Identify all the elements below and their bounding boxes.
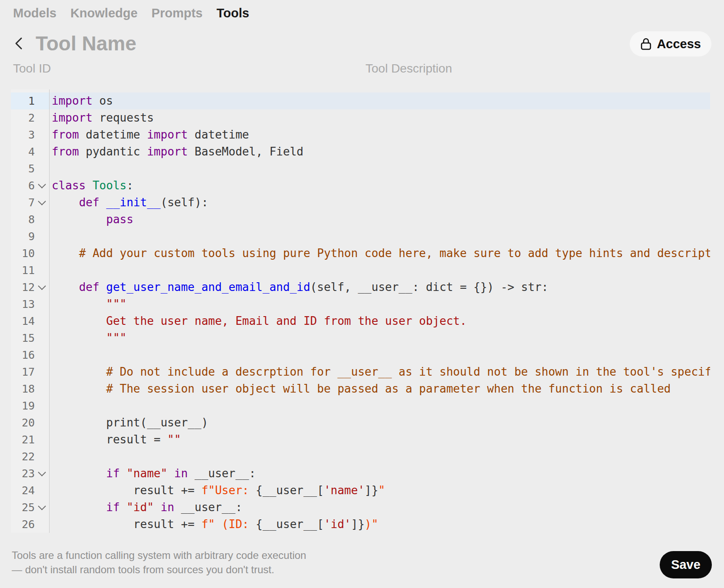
line-number: 4: [11, 143, 35, 160]
code-line-15[interactable]: 15 """: [11, 330, 710, 347]
tool-id-input[interactable]: [13, 59, 352, 78]
line-number: 12: [11, 279, 35, 296]
code-line-text[interactable]: print(__user__): [50, 414, 710, 431]
line-number: 11: [11, 262, 35, 279]
code-line-text[interactable]: [50, 347, 710, 363]
code-line-18[interactable]: 18 # The session user object will be pas…: [11, 380, 710, 397]
tab-models[interactable]: Models: [13, 6, 56, 20]
code-line-text[interactable]: class Tools:: [50, 177, 710, 194]
tools-warning-line1: Tools are a function calling system with…: [12, 548, 306, 562]
fold-toggle[interactable]: [35, 200, 49, 205]
code-line-12[interactable]: 12 def get_user_name_and_email_and_id(se…: [11, 279, 710, 296]
back-button[interactable]: [13, 33, 32, 54]
editor-gutter-cell: 11: [11, 262, 50, 279]
code-line-7[interactable]: 7 def __init__(self):: [11, 194, 710, 211]
code-line-25[interactable]: 25 if "id" in __user__:: [11, 499, 710, 516]
code-line-20[interactable]: 20 print(__user__): [11, 414, 710, 431]
editor-gutter-cell: 4: [11, 143, 50, 160]
save-button[interactable]: Save: [660, 551, 712, 578]
code-line-9[interactable]: 9: [11, 228, 710, 245]
code-editor[interactable]: 1import os2import requests3from datetime…: [11, 89, 710, 533]
editor-top-padding: [11, 89, 710, 92]
line-number: 25: [11, 499, 35, 516]
editor-gutter-cell: 6: [11, 177, 50, 194]
editor-gutter-cell: 14: [11, 313, 50, 330]
code-line-text[interactable]: def __init__(self):: [50, 194, 710, 211]
code-line-text[interactable]: [50, 397, 710, 414]
editor-gutter-cell: 23: [11, 465, 50, 482]
code-line-16[interactable]: 16: [11, 347, 710, 363]
code-line-text[interactable]: # Do not include a descrption for __user…: [50, 363, 710, 380]
editor-gutter-cell: [11, 89, 50, 92]
code-line-11[interactable]: 11: [11, 262, 710, 279]
fold-toggle[interactable]: [35, 505, 49, 510]
chevron-down-icon: [38, 502, 46, 510]
page: { "nav": { "items": [ {"label": "Models"…: [0, 0, 724, 588]
code-line-text[interactable]: if "id" in __user__:: [50, 499, 710, 516]
code-line-text[interactable]: Get the user name, Email and ID from the…: [50, 313, 710, 330]
tool-name-input[interactable]: [32, 32, 637, 55]
code-line-text[interactable]: import requests: [50, 109, 710, 126]
code-line-text[interactable]: pass: [50, 211, 710, 228]
editor-gutter-cell: 2: [11, 109, 50, 126]
tab-tools[interactable]: Tools: [216, 6, 249, 20]
code-line-text[interactable]: # The session user object will be passed…: [50, 380, 710, 397]
chevron-down-icon: [38, 282, 46, 290]
editor-gutter-cell: 10: [11, 245, 50, 262]
code-line-text[interactable]: """: [50, 296, 710, 313]
code-line-3[interactable]: 3from datetime import datetime: [11, 126, 710, 143]
code-line-26[interactable]: 26 result += f" (ID: {__user__['id']})": [11, 516, 710, 533]
chevron-down-icon: [38, 180, 46, 188]
fold-toggle[interactable]: [35, 284, 49, 290]
code-line-text[interactable]: [50, 448, 710, 465]
code-line-text[interactable]: from pydantic import BaseModel, Field: [50, 143, 710, 160]
code-line-4[interactable]: 4from pydantic import BaseModel, Field: [11, 143, 710, 160]
access-button[interactable]: Access: [630, 31, 711, 56]
fold-toggle[interactable]: [35, 471, 49, 476]
code-line-22[interactable]: 22: [11, 448, 710, 465]
code-line-text[interactable]: result += f"User: {__user__['name']}": [50, 482, 710, 499]
code-line-5[interactable]: 5: [11, 160, 710, 177]
line-number: 9: [11, 228, 35, 245]
code-line-text[interactable]: [50, 160, 710, 177]
code-line-text[interactable]: result += f" (ID: {__user__['id']})": [50, 516, 710, 533]
code-line-text[interactable]: # Add your custom tools using pure Pytho…: [50, 245, 710, 262]
code-line-6[interactable]: 6class Tools:: [11, 177, 710, 194]
code-line-text[interactable]: from datetime import datetime: [50, 126, 710, 143]
code-line-17[interactable]: 17 # Do not include a descrption for __u…: [11, 363, 710, 380]
code-line-text[interactable]: result = "": [50, 431, 710, 448]
code-line-text[interactable]: [50, 262, 710, 279]
editor-gutter-cell: 19: [11, 397, 50, 414]
editor-gutter-cell: 9: [11, 228, 50, 245]
code-line-21[interactable]: 21 result = "": [11, 431, 710, 448]
tab-knowledge[interactable]: Knowledge: [70, 6, 138, 20]
line-number: 23: [11, 465, 35, 482]
code-line-8[interactable]: 8 pass: [11, 211, 710, 228]
fold-toggle[interactable]: [35, 183, 49, 188]
code-line-19[interactable]: 19: [11, 397, 710, 414]
line-number: 22: [11, 448, 35, 465]
line-number: 13: [11, 296, 35, 313]
line-number: 10: [11, 245, 35, 262]
tab-prompts[interactable]: Prompts: [152, 6, 203, 20]
line-number: 2: [11, 109, 35, 126]
code-line-text[interactable]: [50, 228, 710, 245]
code-line-text[interactable]: import os: [50, 92, 710, 109]
code-line-2[interactable]: 2import requests: [11, 109, 710, 126]
code-line-14[interactable]: 14 Get the user name, Email and ID from …: [11, 313, 710, 330]
chevron-down-icon: [38, 468, 46, 476]
code-line-text[interactable]: if "name" in __user__:: [50, 465, 710, 482]
code-line-13[interactable]: 13 """: [11, 296, 710, 313]
code-line-text[interactable]: """: [50, 330, 710, 347]
code-line-text[interactable]: def get_user_name_and_email_and_id(self,…: [50, 279, 710, 296]
code-line-1[interactable]: 1import os: [11, 92, 710, 109]
code-line-23[interactable]: 23 if "name" in __user__:: [11, 465, 710, 482]
code-line-10[interactable]: 10 # Add your custom tools using pure Py…: [11, 245, 710, 262]
save-button-label: Save: [671, 558, 701, 572]
editor-gutter-cell: 16: [11, 347, 50, 363]
tool-meta-row: [13, 59, 711, 78]
tool-description-input[interactable]: [365, 59, 711, 78]
editor-gutter-cell: 7: [11, 194, 50, 211]
code-line-24[interactable]: 24 result += f"User: {__user__['name']}": [11, 482, 710, 499]
editor-gutter-cell: 25: [11, 499, 50, 516]
